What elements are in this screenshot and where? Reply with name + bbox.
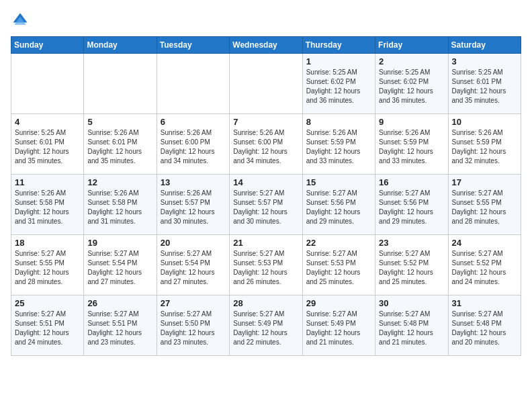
day-cell: 14Sunrise: 5:27 AM Sunset: 5:57 PM Dayli…	[230, 175, 302, 235]
day-number: 25	[15, 298, 80, 308]
day-cell: 27Sunrise: 5:27 AM Sunset: 5:50 PM Dayli…	[157, 295, 229, 356]
day-cell: 17Sunrise: 5:27 AM Sunset: 5:55 PM Dayli…	[448, 175, 521, 235]
day-number: 29	[306, 298, 371, 308]
day-cell: 11Sunrise: 5:26 AM Sunset: 5:58 PM Dayli…	[11, 175, 84, 235]
day-info: Sunrise: 5:27 AM Sunset: 5:48 PM Dayligh…	[452, 310, 517, 347]
day-number: 10	[452, 117, 517, 127]
day-info: Sunrise: 5:25 AM Sunset: 6:01 PM Dayligh…	[15, 128, 80, 166]
day-number: 27	[161, 298, 226, 308]
header-row: SundayMondayTuesdayWednesdayThursdayFrid…	[11, 37, 521, 54]
day-cell	[84, 54, 157, 114]
header-cell-wednesday: Wednesday	[230, 37, 302, 54]
day-info: Sunrise: 5:26 AM Sunset: 5:58 PM Dayligh…	[87, 189, 152, 226]
day-cell: 19Sunrise: 5:27 AM Sunset: 5:54 PM Dayli…	[84, 235, 157, 295]
week-row-3: 11Sunrise: 5:26 AM Sunset: 5:58 PM Dayli…	[11, 175, 521, 235]
logo	[11, 11, 32, 30]
day-number: 9	[379, 117, 444, 127]
day-info: Sunrise: 5:26 AM Sunset: 5:59 PM Dayligh…	[379, 128, 444, 166]
day-info: Sunrise: 5:27 AM Sunset: 5:51 PM Dayligh…	[15, 310, 80, 347]
day-number: 18	[15, 238, 80, 248]
day-cell	[11, 54, 84, 114]
header-cell-monday: Monday	[84, 37, 157, 54]
day-number: 8	[306, 117, 371, 127]
day-number: 30	[379, 298, 444, 308]
day-cell: 21Sunrise: 5:27 AM Sunset: 5:53 PM Dayli…	[230, 235, 302, 295]
calendar-table: SundayMondayTuesdayWednesdayThursdayFrid…	[11, 36, 521, 356]
day-info: Sunrise: 5:27 AM Sunset: 5:55 PM Dayligh…	[15, 249, 80, 287]
day-number: 16	[379, 177, 444, 187]
day-info: Sunrise: 5:26 AM Sunset: 5:59 PM Dayligh…	[452, 128, 517, 166]
day-number: 19	[87, 238, 152, 248]
page-header	[11, 11, 521, 30]
header-cell-sunday: Sunday	[11, 37, 84, 54]
day-cell: 7Sunrise: 5:26 AM Sunset: 6:00 PM Daylig…	[230, 114, 302, 175]
day-info: Sunrise: 5:27 AM Sunset: 5:53 PM Dayligh…	[233, 249, 298, 287]
day-number: 26	[87, 298, 152, 308]
day-number: 6	[161, 117, 226, 127]
day-cell: 20Sunrise: 5:27 AM Sunset: 5:54 PM Dayli…	[157, 235, 229, 295]
week-row-1: 1Sunrise: 5:25 AM Sunset: 6:02 PM Daylig…	[11, 54, 521, 114]
day-number: 3	[452, 56, 517, 66]
day-number: 20	[161, 238, 226, 248]
header-cell-tuesday: Tuesday	[157, 37, 229, 54]
day-number: 4	[15, 117, 80, 127]
day-cell: 25Sunrise: 5:27 AM Sunset: 5:51 PM Dayli…	[11, 295, 84, 356]
day-info: Sunrise: 5:27 AM Sunset: 5:54 PM Dayligh…	[87, 249, 152, 287]
day-cell: 26Sunrise: 5:27 AM Sunset: 5:51 PM Dayli…	[84, 295, 157, 356]
day-info: Sunrise: 5:25 AM Sunset: 6:02 PM Dayligh…	[379, 68, 444, 105]
header-cell-thursday: Thursday	[302, 37, 375, 54]
day-number: 1	[306, 56, 371, 66]
week-row-4: 18Sunrise: 5:27 AM Sunset: 5:55 PM Dayli…	[11, 235, 521, 295]
day-cell	[157, 54, 229, 114]
day-number: 28	[233, 298, 298, 308]
day-cell: 29Sunrise: 5:27 AM Sunset: 5:49 PM Dayli…	[302, 295, 375, 356]
day-cell: 23Sunrise: 5:27 AM Sunset: 5:52 PM Dayli…	[375, 235, 448, 295]
day-number: 14	[233, 177, 298, 187]
day-info: Sunrise: 5:25 AM Sunset: 6:02 PM Dayligh…	[306, 68, 371, 105]
day-cell: 5Sunrise: 5:26 AM Sunset: 6:01 PM Daylig…	[84, 114, 157, 175]
day-cell: 6Sunrise: 5:26 AM Sunset: 6:00 PM Daylig…	[157, 114, 229, 175]
day-info: Sunrise: 5:27 AM Sunset: 5:50 PM Dayligh…	[161, 310, 226, 347]
day-number: 15	[306, 177, 371, 187]
day-cell: 1Sunrise: 5:25 AM Sunset: 6:02 PM Daylig…	[302, 54, 375, 114]
day-info: Sunrise: 5:25 AM Sunset: 6:01 PM Dayligh…	[452, 68, 517, 105]
day-cell: 2Sunrise: 5:25 AM Sunset: 6:02 PM Daylig…	[375, 54, 448, 114]
day-info: Sunrise: 5:27 AM Sunset: 5:49 PM Dayligh…	[233, 310, 298, 347]
day-number: 12	[87, 177, 152, 187]
day-info: Sunrise: 5:27 AM Sunset: 5:54 PM Dayligh…	[161, 249, 226, 287]
day-cell: 9Sunrise: 5:26 AM Sunset: 5:59 PM Daylig…	[375, 114, 448, 175]
day-cell: 30Sunrise: 5:27 AM Sunset: 5:48 PM Dayli…	[375, 295, 448, 356]
day-info: Sunrise: 5:26 AM Sunset: 6:01 PM Dayligh…	[87, 128, 152, 166]
day-info: Sunrise: 5:27 AM Sunset: 5:51 PM Dayligh…	[87, 310, 152, 347]
day-number: 13	[161, 177, 226, 187]
day-info: Sunrise: 5:27 AM Sunset: 5:48 PM Dayligh…	[379, 310, 444, 347]
day-cell: 8Sunrise: 5:26 AM Sunset: 5:59 PM Daylig…	[302, 114, 375, 175]
day-cell: 31Sunrise: 5:27 AM Sunset: 5:48 PM Dayli…	[448, 295, 521, 356]
day-number: 17	[452, 177, 517, 187]
day-cell: 15Sunrise: 5:27 AM Sunset: 5:56 PM Dayli…	[302, 175, 375, 235]
week-row-5: 25Sunrise: 5:27 AM Sunset: 5:51 PM Dayli…	[11, 295, 521, 356]
day-info: Sunrise: 5:26 AM Sunset: 5:59 PM Dayligh…	[306, 128, 371, 166]
day-number: 24	[452, 238, 517, 248]
day-cell: 4Sunrise: 5:25 AM Sunset: 6:01 PM Daylig…	[11, 114, 84, 175]
day-number: 23	[379, 238, 444, 248]
header-cell-friday: Friday	[375, 37, 448, 54]
day-info: Sunrise: 5:27 AM Sunset: 5:56 PM Dayligh…	[379, 189, 444, 226]
day-cell	[230, 54, 302, 114]
day-info: Sunrise: 5:27 AM Sunset: 5:57 PM Dayligh…	[233, 189, 298, 226]
day-info: Sunrise: 5:26 AM Sunset: 5:58 PM Dayligh…	[15, 189, 80, 226]
day-info: Sunrise: 5:26 AM Sunset: 6:00 PM Dayligh…	[161, 128, 226, 166]
day-info: Sunrise: 5:27 AM Sunset: 5:52 PM Dayligh…	[452, 249, 517, 287]
day-cell: 22Sunrise: 5:27 AM Sunset: 5:53 PM Dayli…	[302, 235, 375, 295]
day-info: Sunrise: 5:26 AM Sunset: 5:57 PM Dayligh…	[161, 189, 226, 226]
day-cell: 13Sunrise: 5:26 AM Sunset: 5:57 PM Dayli…	[157, 175, 229, 235]
day-info: Sunrise: 5:27 AM Sunset: 5:52 PM Dayligh…	[379, 249, 444, 287]
day-cell: 10Sunrise: 5:26 AM Sunset: 5:59 PM Dayli…	[448, 114, 521, 175]
day-number: 22	[306, 238, 371, 248]
day-number: 7	[233, 117, 298, 127]
day-cell: 24Sunrise: 5:27 AM Sunset: 5:52 PM Dayli…	[448, 235, 521, 295]
day-info: Sunrise: 5:26 AM Sunset: 6:00 PM Dayligh…	[233, 128, 298, 166]
day-cell: 16Sunrise: 5:27 AM Sunset: 5:56 PM Dayli…	[375, 175, 448, 235]
day-info: Sunrise: 5:27 AM Sunset: 5:49 PM Dayligh…	[306, 310, 371, 347]
day-info: Sunrise: 5:27 AM Sunset: 5:56 PM Dayligh…	[306, 189, 371, 226]
